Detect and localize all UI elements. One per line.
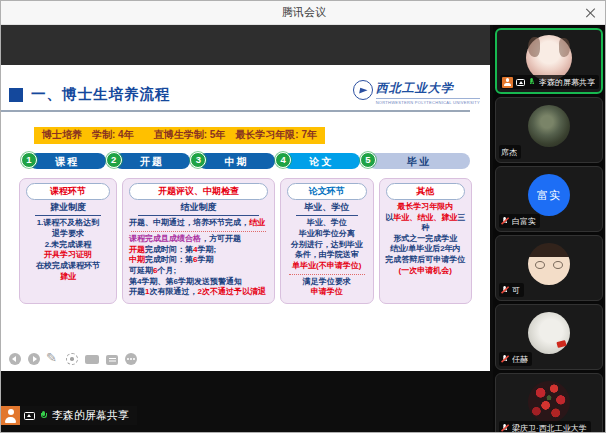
titlebar[interactable]: 腾讯会议 — [1, 1, 605, 25]
window-title: 腾讯会议 — [93, 5, 515, 20]
title-bullet — [9, 88, 23, 102]
maximize-button[interactable] — [545, 1, 575, 24]
avatar — [528, 105, 570, 147]
university-name: 西北工业大学 — [376, 80, 480, 97]
share-source-label: 李森的屏幕共享 — [1, 406, 137, 425]
box-line: 退学要求 — [23, 229, 113, 240]
program-info-bar: 博士培养 学制: 4年 直博生学制: 5年 最长学习年限: 7年 — [34, 127, 325, 144]
presenter-toolbar — [9, 353, 137, 365]
box-line: 2.未完成课程 — [23, 240, 113, 251]
flow-step-论文: 4论文 — [275, 153, 360, 171]
box-line: 分别进行，达到毕业 — [284, 240, 370, 251]
avatar — [528, 312, 570, 354]
share-label-pill: 李森的屏幕共享 — [20, 406, 137, 425]
participants-sidebar[interactable]: 李森的屏幕共享席杰富实白富实可任赫梁庆卫·西北工业大学 — [493, 25, 605, 432]
avatar — [528, 381, 570, 423]
close-icon — [585, 8, 595, 18]
minimize-button[interactable] — [515, 1, 545, 24]
flow-steps: 1课程2开题3中期4论文5毕业 — [21, 153, 470, 171]
participant-label: 李森的屏幕共享 — [500, 75, 599, 89]
box-line: 开题1次有限通过，2次不通过予以清退 — [126, 287, 271, 298]
box-line: 肄业 — [23, 272, 113, 283]
participant-name: 可 — [512, 285, 520, 296]
box-line: 申请学位 — [284, 287, 370, 298]
box-line: 在校完成课程环节 — [23, 261, 113, 272]
next-slide-icon[interactable] — [28, 353, 40, 365]
participant-name: 白富实 — [512, 216, 536, 227]
comment-icon[interactable] — [106, 355, 118, 365]
mic-muted-icon — [501, 424, 507, 432]
main-area: 一、博士生培养流程 西北工业大学 NORTHWESTERN POLYTECHNI… — [1, 25, 605, 432]
close-button[interactable] — [575, 1, 605, 24]
participant-label: 席杰 — [499, 145, 521, 159]
box-line: 毕业、学位 — [284, 218, 370, 229]
box-line: 以毕业、结业、肄业三种 — [383, 213, 469, 234]
dotted-separator — [289, 274, 365, 275]
box-line: 完成答辩后可申请学位 — [383, 255, 469, 266]
box-header: 结业制度 — [138, 202, 259, 216]
participant-label: 可 — [499, 283, 524, 297]
box-line: 形式之一完成学业 — [383, 234, 469, 245]
camera-icon[interactable] — [85, 355, 99, 364]
box-thesis: 论文环节毕业、学位毕业、学位毕业和学位分离分别进行，达到毕业条件，由学院送审单毕… — [280, 178, 374, 304]
title-divider — [1, 110, 470, 112]
university-emblem-icon — [353, 80, 373, 100]
box-line: 可延期6个月; — [126, 266, 271, 277]
participant-label: 梁庆卫·西北工业大学 — [499, 421, 591, 432]
box-pill: 开题评议、中期检查 — [129, 183, 268, 200]
mic-muted-icon — [501, 217, 507, 225]
dotted-separator — [131, 231, 266, 232]
step-label: 课程 — [29, 153, 106, 169]
step-number: 5 — [360, 152, 376, 168]
box-line: (一次申请机会) — [383, 266, 469, 277]
flow-step-中期: 3中期 — [190, 153, 275, 171]
member-badge-icon — [502, 77, 513, 88]
participant-name: 李森的屏幕共享 — [539, 77, 595, 88]
box-line: 课程完成且成绩合格，方可开题 — [126, 234, 271, 245]
participant-tile[interactable]: 可 — [495, 235, 603, 301]
box-other: 其他最长学习年限内以毕业、结业、肄业三种形式之一完成学业结业/单毕业后2年内完成… — [379, 178, 473, 304]
detail-boxes: 课程环节肄业制度1.课程不及格达到退学要求2.未完成课程开具学习证明在校完成课程… — [19, 178, 472, 304]
university-logo: 西北工业大学 NORTHWESTERN POLYTECHNICAL UNIVER… — [353, 80, 480, 105]
shared-screen: 一、博士生培养流程 西北工业大学 NORTHWESTERN POLYTECHNI… — [1, 25, 493, 432]
participant-tile[interactable]: 梁庆卫·西北工业大学 — [495, 373, 603, 432]
pen-icon[interactable] — [47, 353, 59, 365]
box-header: 肄业制度 — [35, 202, 101, 216]
flow-step-开题: 2开题 — [106, 153, 191, 171]
more-icon[interactable] — [125, 353, 137, 365]
slide-title: 一、博士生培养流程 — [31, 85, 171, 104]
participant-tile[interactable]: 席杰 — [495, 97, 603, 163]
box-pill: 其他 — [386, 183, 466, 200]
box-line: 毕业和学位分离 — [284, 229, 370, 240]
screen-share-icon — [24, 412, 35, 420]
box-line: 1.课程不及格达到 — [23, 218, 113, 229]
laser-pointer-icon[interactable] — [66, 353, 78, 365]
participant-name: 席杰 — [501, 147, 517, 158]
step-number: 1 — [21, 152, 37, 168]
presenter-badge-icon — [1, 406, 20, 425]
university-logo-text: 西北工业大学 NORTHWESTERN POLYTECHNICAL UNIVER… — [376, 80, 480, 105]
share-source-name: 李森的屏幕共享 — [52, 408, 129, 423]
mic-on-icon — [39, 411, 48, 421]
mic-on-icon — [528, 78, 534, 86]
participant-label: 任赫 — [499, 352, 532, 366]
participant-tile[interactable]: 富实白富实 — [495, 166, 603, 232]
box-line: 单毕业(不申请学位) — [284, 261, 370, 272]
mic-muted-icon — [501, 286, 507, 294]
previous-slide-icon[interactable] — [9, 353, 21, 365]
participant-tile[interactable]: 李森的屏幕共享 — [495, 28, 603, 94]
flow-step-毕业: 5毕业 — [360, 153, 470, 171]
mic-muted-icon — [501, 355, 507, 363]
box-line: 结业/单毕业后2年内 — [383, 244, 469, 255]
step-label: 开题 — [114, 153, 191, 169]
participant-tile[interactable]: 任赫 — [495, 304, 603, 370]
avatar: 富实 — [528, 174, 570, 216]
box-proposal-midterm: 开题评议、中期检查结业制度开题、中期通过，培养环节完成，结业课程完成且成绩合格，… — [122, 178, 275, 304]
box-line: 最长学习年限内 — [383, 202, 469, 213]
step-label: 论文 — [283, 153, 360, 169]
box-line: 中期完成时间：第6学期 — [126, 255, 271, 266]
box-pill: 课程环节 — [26, 183, 110, 200]
screen-share-icon — [516, 79, 525, 86]
university-name-en: NORTHWESTERN POLYTECHNICAL UNIVERSITY — [376, 98, 480, 105]
flow-step-课程: 1课程 — [21, 153, 106, 171]
